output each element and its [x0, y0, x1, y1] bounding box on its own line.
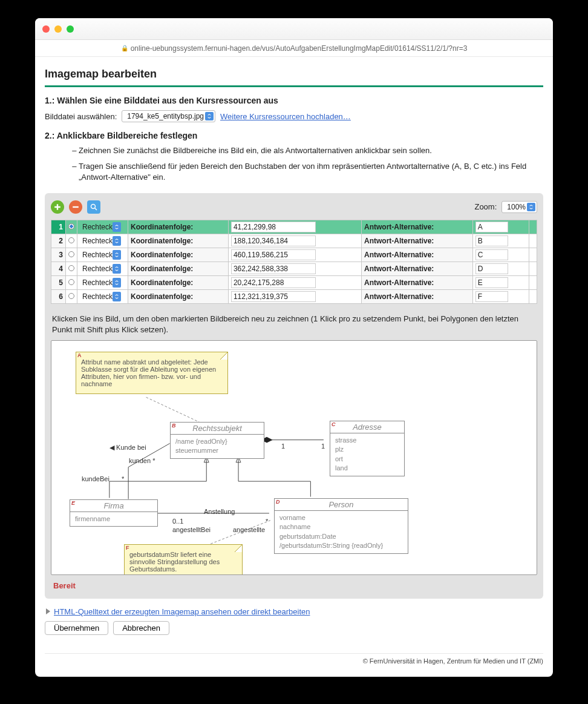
uml-box-rechtssubjekt: BRechtssubjekt /name {readOnly}steuernum…: [170, 422, 264, 459]
alt-input[interactable]: D: [472, 262, 529, 275]
shape-select[interactable]: Rechteck: [77, 289, 128, 303]
file-label: Bilddatei auswählen:: [45, 112, 117, 121]
alt-label: Antwort-Alternative:: [361, 234, 472, 248]
row-number: 5: [51, 275, 66, 289]
step2-heading: 2.: Anklickbare Bildbereiche festlegen: [45, 131, 543, 140]
bullet-2: Tragen Sie anschließend für jeden Bereic…: [79, 161, 543, 183]
apply-button[interactable]: Übernehmen: [45, 621, 108, 635]
shape-select[interactable]: Rechteck: [77, 220, 128, 234]
row-radio[interactable]: [66, 289, 77, 303]
row-number: 6: [51, 289, 66, 303]
coord-label: Koordinatenfolge:: [128, 289, 229, 303]
chevron-updown-icon: [205, 112, 214, 120]
row-radio[interactable]: [66, 248, 77, 262]
step1-heading: 1.: Wählen Sie eine Bilddatei aus den Ku…: [45, 96, 543, 105]
disclosure-triangle-icon: [46, 608, 50, 614]
footer-text: © FernUniversität in Hagen, Zentrum für …: [45, 653, 543, 665]
row-radio[interactable]: [66, 262, 77, 275]
alt-input[interactable]: E: [472, 275, 529, 289]
minimize-icon[interactable]: [54, 25, 62, 33]
shape-select[interactable]: Rechteck: [77, 234, 128, 248]
row-number: 3: [51, 248, 66, 262]
editor-panel: Zoom: 100% 1RechteckKoordinatenfolge:41,…: [45, 193, 543, 599]
header-rule: [45, 85, 543, 87]
row-radio[interactable]: [66, 275, 77, 289]
app-window: 🔒 online-uebungssystem.fernuni-hagen.de/…: [35, 18, 553, 677]
upload-link[interactable]: Weitere Kursressourcen hochladen…: [220, 112, 351, 121]
row-number: 2: [51, 234, 66, 248]
zoom-label: Zoom:: [474, 202, 497, 211]
coord-input[interactable]: 112,321,319,375: [228, 289, 361, 303]
table-row[interactable]: 3RechteckKoordinatenfolge:460,119,586,21…: [51, 248, 537, 262]
draw-hint: Klicken Sie ins Bild, um den oben markie…: [52, 314, 536, 335]
alt-label: Antwort-Alternative:: [361, 262, 472, 275]
add-region-button[interactable]: [51, 200, 64, 214]
uml-note-a: A Attribut name abstrakt und abgeleitet:…: [76, 352, 228, 394]
coord-label: Koordinatenfolge:: [128, 275, 229, 289]
alt-label: Antwort-Alternative:: [361, 220, 472, 234]
page-title: Imagemap bearbeiten: [45, 68, 543, 81]
zoom-button[interactable]: [87, 200, 100, 214]
uml-box-adresse: CAdresse strasseplzortland: [330, 421, 405, 476]
url-bar: 🔒 online-uebungssystem.fernuni-hagen.de/…: [35, 40, 553, 57]
coord-label: Koordinatenfolge:: [128, 248, 229, 262]
alt-input[interactable]: B: [472, 234, 529, 248]
step2-bullets: Zeichnen Sie zunächst die Bildbereiche i…: [54, 145, 543, 183]
row-number: 1: [51, 220, 66, 234]
coord-input[interactable]: 188,120,346,184: [228, 234, 361, 248]
row-number: 4: [51, 262, 66, 275]
alt-input[interactable]: F: [472, 289, 529, 303]
coord-label: Koordinatenfolge:: [128, 262, 229, 275]
cancel-button[interactable]: Abbrechen: [113, 621, 169, 635]
shape-select[interactable]: Rechteck: [77, 248, 128, 262]
row-radio[interactable]: [66, 234, 77, 248]
alt-label: Antwort-Alternative:: [361, 248, 472, 262]
table-row[interactable]: 5RechteckKoordinatenfolge:20,242,175,288…: [51, 275, 537, 289]
lock-icon: 🔒: [121, 45, 128, 51]
table-row[interactable]: 1RechteckKoordinatenfolge:41,21,299,98An…: [51, 220, 537, 234]
alt-label: Antwort-Alternative:: [361, 275, 472, 289]
table-row[interactable]: 2RechteckKoordinatenfolge:188,120,346,18…: [51, 234, 537, 248]
alt-label: Antwort-Alternative:: [361, 289, 472, 303]
coord-label: Koordinatenfolge:: [128, 234, 229, 248]
delete-region-button[interactable]: [69, 200, 82, 214]
alt-input[interactable]: A: [472, 220, 529, 234]
image-canvas[interactable]: A Attribut name abstrakt und abgeleitet:…: [51, 340, 537, 575]
coord-label: Koordinatenfolge:: [128, 220, 229, 234]
shape-select[interactable]: Rechteck: [77, 262, 128, 275]
uml-box-person: DPerson vornamenachnamegeburtsdatum:Date…: [274, 498, 408, 554]
chevron-updown-icon: [527, 203, 535, 211]
shape-select[interactable]: Rechteck: [77, 275, 128, 289]
uml-box-firma: EFirma firmenname: [70, 499, 158, 527]
titlebar: [35, 18, 553, 40]
html-source-disclosure[interactable]: HTML-Quelltext der erzeugten Imagemap an…: [46, 607, 542, 616]
coord-input[interactable]: 460,119,586,215: [228, 248, 361, 262]
html-source-link[interactable]: HTML-Quelltext der erzeugten Imagemap an…: [54, 607, 310, 616]
zoom-select[interactable]: 100%: [501, 201, 537, 213]
coord-input[interactable]: 362,242,588,338: [228, 262, 361, 275]
table-row[interactable]: 6RechteckKoordinatenfolge:112,321,319,37…: [51, 289, 537, 303]
image-file-select[interactable]: 1794_ke5_entitybsp.jpg: [122, 110, 215, 122]
status-text: Bereit: [53, 581, 535, 590]
close-icon[interactable]: [42, 25, 50, 33]
url-text: online-uebungssystem.fernuni-hagen.de/vu…: [131, 44, 468, 53]
alt-input[interactable]: C: [472, 248, 529, 262]
coord-input[interactable]: 41,21,299,98: [228, 220, 361, 234]
table-row[interactable]: 4RechteckKoordinatenfolge:362,242,588,33…: [51, 262, 537, 275]
region-table: 1RechteckKoordinatenfolge:41,21,299,98An…: [51, 220, 537, 304]
bullet-1: Zeichnen Sie zunächst die Bildbereiche i…: [79, 145, 543, 156]
coord-input[interactable]: 20,242,175,288: [228, 275, 361, 289]
uml-note-f: F geburtsdatumStr liefert eine sinnvolle…: [124, 544, 243, 575]
svg-line-1: [146, 397, 199, 422]
row-radio[interactable]: [66, 220, 77, 234]
maximize-icon[interactable]: [67, 25, 74, 33]
svg-point-0: [91, 204, 96, 208]
